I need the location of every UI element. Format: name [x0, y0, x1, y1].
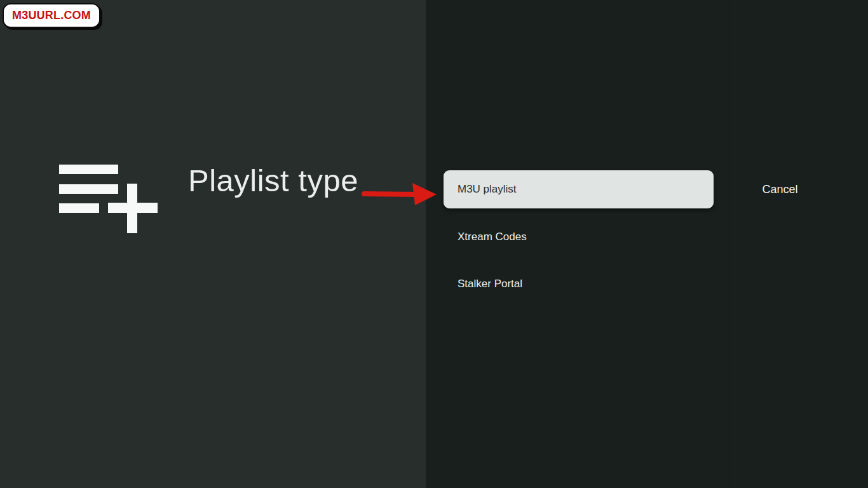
- annotation-arrow-icon: [358, 179, 442, 209]
- playlist-add-icon-bar: [59, 203, 99, 213]
- playlist-add-icon-bar: [59, 184, 118, 194]
- watermark-label: M3UURL.COM: [12, 9, 91, 22]
- cancel-button[interactable]: Cancel: [737, 170, 823, 208]
- playlist-add-icon-plus: [127, 184, 137, 233]
- option-stalker-portal[interactable]: Stalker Portal: [444, 265, 714, 303]
- option-label: M3U playlist: [458, 183, 517, 196]
- left-panel: Playlist type: [0, 0, 426, 488]
- option-label: Stalker Portal: [458, 278, 522, 290]
- option-label: Xtream Codes: [458, 231, 527, 243]
- watermark-badge: M3UURL.COM: [3, 3, 100, 28]
- option-xtream-codes[interactable]: Xtream Codes: [444, 218, 714, 256]
- option-m3u-playlist[interactable]: M3U playlist: [444, 170, 714, 208]
- panel-divider: [735, 0, 735, 488]
- cancel-button-label: Cancel: [762, 183, 797, 196]
- dialog-title: Playlist type: [188, 163, 358, 198]
- playlist-add-icon-bar: [59, 165, 118, 174]
- playlist-add-icon: [59, 165, 158, 233]
